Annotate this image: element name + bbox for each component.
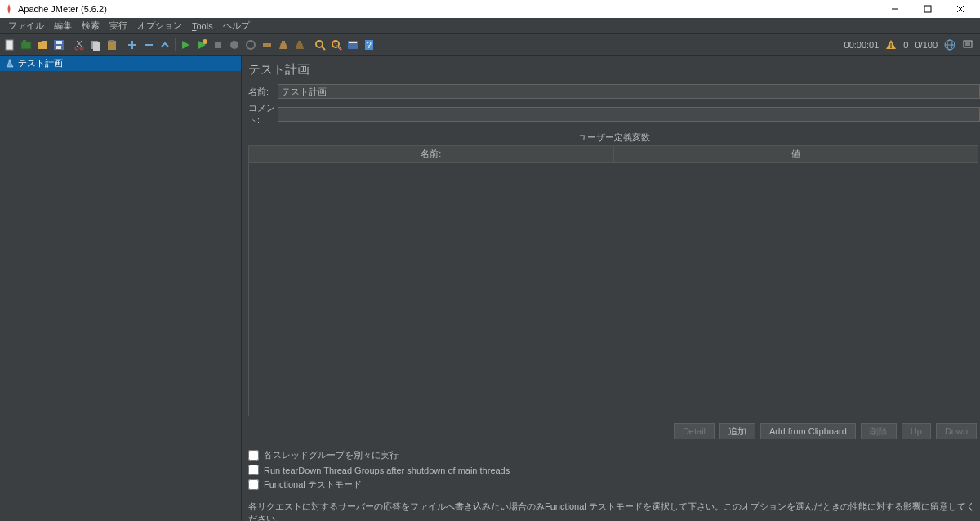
paste-icon[interactable]	[105, 38, 119, 52]
tree-node-label: テスト計画	[18, 57, 63, 69]
svg-rect-1	[924, 6, 931, 12]
teardown-checkbox[interactable]	[248, 465, 259, 475]
svg-rect-4	[6, 40, 13, 50]
minimize-button[interactable]	[879, 0, 911, 18]
col-name-header[interactable]: 名前:	[249, 146, 614, 162]
detail-button[interactable]: Detail	[674, 423, 715, 439]
collapse-icon[interactable]	[141, 38, 156, 52]
title-bar: Apache JMeter (5.6.2)	[0, 0, 980, 18]
test-plan-icon	[5, 59, 15, 69]
svg-rect-17	[109, 40, 114, 42]
search-reset-icon[interactable]	[329, 38, 344, 52]
function-helper-icon[interactable]	[345, 38, 360, 52]
open-icon[interactable]	[35, 38, 50, 52]
svg-rect-27	[298, 41, 301, 43]
toolbar-separator	[175, 38, 176, 51]
close-button[interactable]	[944, 0, 977, 18]
name-label: 名前:	[248, 86, 278, 98]
serial-checkbox-row[interactable]: 各スレッドグループを別々に実行	[248, 449, 980, 461]
functional-checkbox[interactable]	[248, 479, 259, 490]
toolbar-separator	[122, 38, 122, 51]
delete-button[interactable]: 削除	[861, 423, 897, 439]
warning-icon[interactable]: !	[885, 39, 897, 51]
svg-point-10	[75, 47, 78, 50]
menu-tools[interactable]: Tools	[187, 21, 218, 31]
remote-start-icon[interactable]	[243, 38, 258, 52]
toolbar: ? 00:00:01 ! 0 0/100	[0, 34, 980, 56]
cut-icon[interactable]	[72, 38, 87, 52]
vars-table: 名前: 値	[248, 145, 978, 416]
name-field[interactable]	[278, 84, 980, 99]
svg-rect-22	[215, 42, 221, 48]
shutdown-icon[interactable]	[227, 38, 242, 52]
menu-edit[interactable]: 編集	[49, 20, 77, 32]
vars-table-body[interactable]	[249, 163, 978, 416]
vars-section-label: ユーザー定義変数	[248, 131, 980, 144]
add-clipboard-button[interactable]: Add from Clipboard	[760, 423, 856, 439]
tree-panel: テスト計画	[0, 56, 242, 521]
svg-point-21	[203, 39, 207, 44]
svg-rect-25	[263, 43, 271, 47]
search-icon[interactable]	[313, 38, 327, 52]
editor-panel: テスト計画 名前: コメント: ユーザー定義変数 名前: 値 Detail 追加…	[242, 56, 980, 521]
serial-checkbox[interactable]	[248, 450, 259, 461]
svg-point-23	[230, 41, 238, 49]
log-toggle-icon[interactable]	[962, 38, 973, 51]
menu-bar: ファイル 編集 検索 実行 オプション Tools ヘルプ	[0, 18, 980, 34]
teardown-checkbox-row[interactable]: Run tearDown Thread Groups after shutdow…	[248, 465, 980, 475]
clear-icon[interactable]	[276, 38, 291, 52]
svg-point-28	[316, 41, 323, 47]
down-button[interactable]: Down	[936, 423, 977, 439]
col-value-header[interactable]: 値	[614, 146, 978, 162]
add-button[interactable]: 追加	[719, 423, 755, 439]
functional-label: Functional テストモード	[264, 479, 362, 491]
functional-checkbox-row[interactable]: Functional テストモード	[248, 479, 980, 491]
svg-line-29	[322, 47, 325, 50]
save-icon[interactable]	[51, 38, 66, 52]
menu-run[interactable]: 実行	[105, 20, 132, 32]
svg-rect-8	[56, 41, 62, 44]
remote-stop-icon[interactable]	[260, 38, 274, 52]
thread-count: 0/100	[915, 40, 938, 50]
elapsed-time: 00:00:01	[844, 40, 880, 50]
error-count: 0	[903, 40, 908, 50]
svg-text:!: !	[890, 42, 893, 50]
window-title: Apache JMeter (5.6.2)	[18, 4, 879, 14]
tree-node-test-plan[interactable]: テスト計画	[0, 56, 241, 71]
maximize-button[interactable]	[911, 0, 944, 18]
toolbar-separator	[310, 38, 310, 51]
svg-rect-5	[21, 42, 31, 49]
svg-rect-41	[964, 41, 972, 47]
copy-icon[interactable]	[88, 38, 103, 52]
svg-rect-9	[56, 46, 61, 49]
menu-options[interactable]: オプション	[132, 20, 187, 32]
start-icon[interactable]	[178, 38, 193, 52]
comment-label: コメント:	[248, 102, 278, 127]
svg-point-24	[247, 41, 255, 49]
up-button[interactable]: Up	[902, 423, 931, 439]
svg-point-11	[80, 47, 83, 50]
new-icon[interactable]	[2, 38, 17, 52]
panel-title: テスト計画	[248, 62, 980, 78]
expand-icon[interactable]	[125, 38, 140, 52]
templates-icon[interactable]	[19, 38, 33, 52]
svg-rect-26	[282, 41, 285, 43]
status-area: 00:00:01 ! 0 0/100	[844, 38, 978, 51]
toggle-icon[interactable]	[158, 38, 172, 52]
svg-rect-15	[93, 42, 100, 51]
teardown-label: Run tearDown Thread Groups after shutdow…	[264, 465, 510, 475]
serial-label: 各スレッドグループを別々に実行	[264, 449, 399, 461]
app-logo-icon	[3, 3, 15, 15]
svg-rect-34	[349, 42, 357, 43]
menu-file[interactable]: ファイル	[3, 20, 49, 32]
clear-all-icon[interactable]	[292, 38, 307, 52]
menu-search[interactable]: 検索	[77, 20, 105, 32]
start-notimers-icon[interactable]	[194, 38, 209, 52]
help-icon[interactable]: ?	[362, 38, 376, 52]
comment-field[interactable]	[278, 107, 980, 122]
toolbar-separator	[69, 38, 69, 51]
svg-rect-6	[23, 40, 26, 42]
stop-icon[interactable]	[211, 38, 225, 52]
menu-help[interactable]: ヘルプ	[218, 20, 255, 32]
globe-icon[interactable]	[944, 39, 956, 51]
